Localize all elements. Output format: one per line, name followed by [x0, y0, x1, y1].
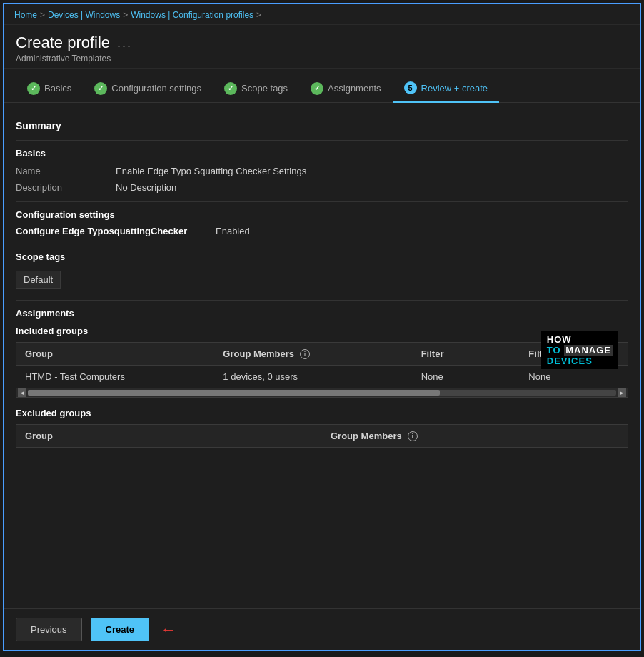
horizontal-scrollbar[interactable]: ◄ ►	[16, 388, 628, 397]
exc-th-members: Group Members i	[322, 425, 628, 447]
tab-basics-label: Basics	[44, 83, 71, 94]
config-typosquatting-label: Configure Edge TyposquattingChecker	[16, 226, 216, 236]
basics-name-label: Name	[16, 166, 116, 176]
page-subtitle: Administrative Templates	[16, 54, 628, 64]
breadcrumb-devices-windows[interactable]: Devices | Windows	[48, 10, 120, 20]
tab-review-label: Review + create	[421, 83, 488, 94]
td-filter1: None	[413, 366, 520, 388]
config-row-typosquatting: Configure Edge TyposquattingChecker Enab…	[16, 226, 628, 236]
th-group: Group	[16, 343, 214, 365]
tab-scope-label: Scope tags	[241, 83, 288, 94]
basics-heading: Basics	[16, 148, 628, 159]
tab-scope[interactable]: ✓ Scope tags	[213, 76, 299, 102]
divider-2	[16, 201, 628, 202]
td-filter2: None	[520, 366, 628, 388]
td-members: 1 devices, 0 users	[214, 366, 412, 388]
included-groups-label: Included groups	[16, 326, 628, 336]
scroll-left-arrow[interactable]: ◄	[18, 388, 26, 397]
divider-1	[16, 140, 628, 141]
th-members: Group Members i	[214, 343, 412, 365]
create-button[interactable]: Create	[91, 618, 149, 641]
summary-heading: Summary	[16, 120, 628, 131]
basics-desc-label: Description	[16, 182, 116, 193]
tab-basics-check: ✓	[27, 82, 40, 95]
tab-configuration-check: ✓	[94, 82, 107, 95]
included-groups-table: Group Group Members i Filter Filter HTMD…	[16, 342, 628, 398]
breadcrumb-config-profiles[interactable]: Windows | Configuration profiles	[131, 10, 253, 20]
tab-configuration[interactable]: ✓ Configuration settings	[83, 76, 213, 102]
scroll-track[interactable]	[28, 390, 616, 396]
tab-assignments[interactable]: ✓ Assignments	[299, 76, 392, 102]
breadcrumb: Home > Devices | Windows > Windows | Con…	[4, 4, 640, 25]
content-area: HOW TO MANAGE DEVICES Summary Basics Nam…	[4, 103, 640, 608]
assignments-heading: Assignments	[16, 308, 628, 319]
basics-name-row: Name Enable Edge Typo Squatting Checker …	[16, 164, 628, 178]
table-row: HTMD - Test Computers 1 devices, 0 users…	[16, 366, 628, 388]
basics-desc-row: Description No Description	[16, 181, 628, 194]
tab-configuration-label: Configuration settings	[111, 83, 201, 94]
basics-name-value: Enable Edge Typo Squatting Checker Setti…	[116, 166, 306, 176]
excluded-groups-table: Group Group Members i	[16, 424, 628, 448]
tab-review[interactable]: 5 Review + create	[393, 76, 500, 103]
td-group: HTMD - Test Computers	[16, 366, 214, 388]
members-info-icon[interactable]: i	[300, 349, 310, 359]
scroll-right-arrow[interactable]: ►	[618, 388, 626, 397]
tab-scope-check: ✓	[224, 82, 237, 95]
breadcrumb-home[interactable]: Home	[14, 10, 37, 20]
th-filter2: Filter	[520, 343, 628, 365]
footer-bar: Previous Create ←	[4, 608, 640, 650]
more-options-button[interactable]: ...	[117, 36, 132, 51]
tabs-bar: ✓ Basics ✓ Configuration settings ✓ Scop…	[4, 69, 640, 103]
divider-3	[16, 244, 628, 244]
th-filter1: Filter	[413, 343, 520, 365]
tab-assignments-check: ✓	[311, 82, 323, 95]
scope-heading: Scope tags	[16, 251, 628, 262]
page-title: Create profile	[16, 34, 110, 52]
scope-default-value: Default	[16, 271, 61, 289]
basics-desc-value: No Description	[116, 182, 176, 193]
scroll-thumb	[28, 390, 440, 396]
red-arrow-icon: ←	[161, 621, 176, 639]
exc-members-info-icon[interactable]: i	[408, 431, 418, 441]
previous-button[interactable]: Previous	[16, 618, 82, 641]
tab-assignments-label: Assignments	[328, 83, 381, 94]
excluded-groups-label: Excluded groups	[16, 408, 628, 418]
included-table-header: Group Group Members i Filter Filter	[16, 343, 628, 366]
exc-th-group: Group	[16, 425, 322, 447]
page-header: Create profile ... Administrative Templa…	[4, 25, 640, 69]
config-heading: Configuration settings	[16, 209, 628, 220]
tab-basics[interactable]: ✓ Basics	[16, 76, 83, 102]
tab-review-number: 5	[404, 81, 417, 94]
divider-4	[16, 300, 628, 301]
config-typosquatting-value: Enabled	[216, 226, 250, 236]
excluded-table-header: Group Group Members i	[16, 425, 628, 448]
